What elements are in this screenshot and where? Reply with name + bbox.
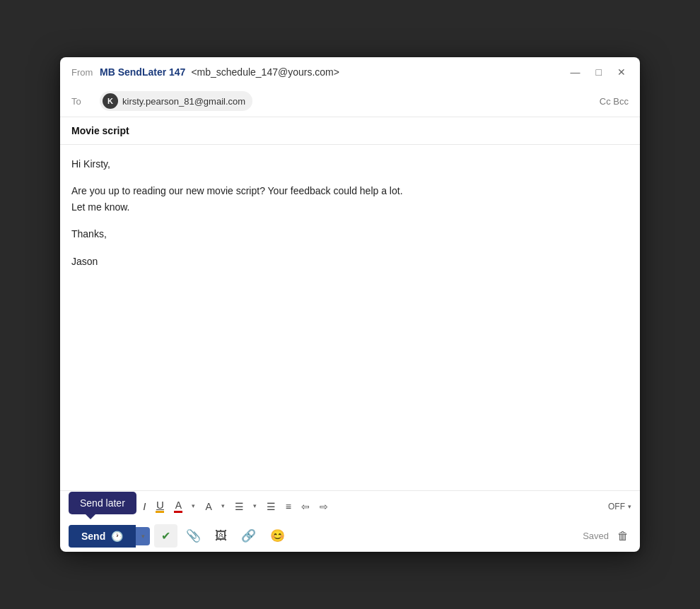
attach-button[interactable]: 📎 [180,524,206,548]
minimize-button[interactable]: — [568,66,583,78]
off-toggle[interactable]: OFF ▾ [608,502,631,512]
to-label: To [71,96,94,107]
sender-name: MB SendLater 147 [100,66,185,78]
delete-button[interactable]: 🗑 [614,527,631,545]
image-button[interactable]: 🖼 [209,525,233,548]
highlight-dropdown[interactable]: ▾ [216,500,229,512]
from-row: From MB SendLater 147 <mb_schedule_147@y… [71,66,339,78]
from-label: From [71,67,94,78]
email-body[interactable]: Hi Kirsty, Are you up to reading our new… [60,145,640,490]
emoji-button[interactable]: 😊 [264,524,291,548]
window-controls: — □ ✕ [568,66,629,78]
compose-window: From MB SendLater 147 <mb_schedule_147@y… [60,57,640,552]
sender-email: <mb_schedule_147@yours.com> [191,66,339,78]
body-line1: Are you up to reading our new movie scri… [71,183,629,215]
send-button[interactable]: Send 🕐 [69,525,136,548]
recipient-chip[interactable]: K kirsty.pearson_81@gmail.com [100,91,252,111]
underline-color-bar [156,511,164,513]
off-dropdown-arrow: ▾ [628,503,631,510]
recipient-avatar: K [103,93,118,109]
send-later-tooltip: Send later [69,492,136,514]
indent-increase-button[interactable]: ⇨ [315,499,332,514]
action-toolbar: Send later Send 🕐 ▾ ✔ 📎 🖼 🔗 😊 Saved 🗑 [69,520,631,548]
clock-icon: 🕐 [111,531,123,542]
unordered-list-button[interactable]: ≡ [281,499,296,514]
indent-decrease-button[interactable]: ⇦ [297,499,314,514]
saved-label: Saved [583,531,609,541]
send-button-group: Send 🕐 ▾ [69,525,150,548]
greeting: Hi Kirsty, [71,156,629,172]
font-color-group: A ▾ [170,497,199,516]
check-button[interactable]: ✔ [154,524,177,548]
link-button[interactable]: 🔗 [235,524,262,548]
send-later-dropdown-button[interactable]: ▾ [136,527,150,545]
toolbar-area: Arial 10 ▾ B I U A [60,490,640,552]
font-color-button[interactable]: A [170,497,187,516]
align-button[interactable]: ☰ [231,499,248,514]
signature: Jason [71,254,629,269]
highlight-color-group: A ▾ [201,499,228,514]
cc-bcc-button[interactable]: Cc Bcc [600,96,629,107]
underline-button[interactable]: U [151,497,168,516]
subject-text: Movie script [71,125,129,136]
ordered-list-button[interactable]: ☰ [262,499,280,514]
to-row: To K kirsty.pearson_81@gmail.com Cc Bcc [60,85,640,117]
italic-button[interactable]: I [139,498,150,514]
sign-off: Thanks, [71,226,629,242]
saved-status: Saved 🗑 [583,527,631,545]
align-dropdown[interactable]: ▾ [248,500,261,512]
format-toolbar: Arial 10 ▾ B I U A [69,497,631,520]
subject-row: Movie script [60,117,640,145]
send-dropdown-arrow: ▾ [141,533,145,540]
font-color-dropdown[interactable]: ▾ [187,500,199,512]
close-button[interactable]: ✕ [614,66,629,78]
align-group: ☰ ▾ [231,499,261,514]
maximize-button[interactable]: □ [593,66,605,78]
font-color-bar [174,511,182,513]
recipient-email: kirsty.pearson_81@gmail.com [122,96,245,107]
title-bar: From MB SendLater 147 <mb_schedule_147@y… [60,57,640,85]
highlight-button[interactable]: A [201,499,216,514]
